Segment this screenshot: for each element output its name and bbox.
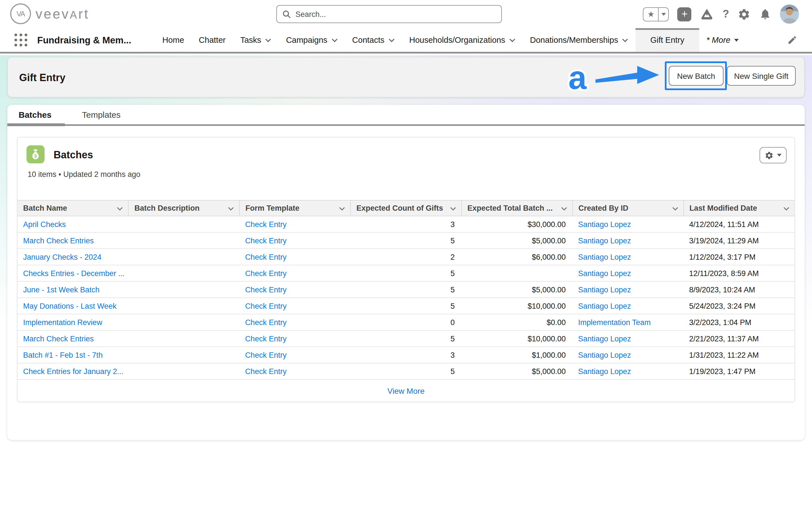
chevron-down-icon[interactable] [561,207,567,211]
nav-item-households-organizations[interactable]: Households/Organizations [402,28,523,52]
nav-item-tasks[interactable]: Tasks [233,28,278,52]
header-row: Batch Name Batch Description Form Templa… [17,200,795,216]
expected-count-value: 0 [451,318,455,327]
nav-item-more[interactable]: * More [699,28,746,52]
list-settings-button[interactable] [760,147,786,163]
last-modified-value: 5/24/2023, 3:24 PM [689,302,756,310]
created-by-link[interactable]: Santiago Lopez [578,302,631,310]
star-icon[interactable]: ★ [644,8,658,20]
gear-icon [765,151,774,160]
created-by-link[interactable]: Implementation Team [578,318,651,327]
new-batch-button[interactable]: New Batch [669,66,723,86]
current-app-name[interactable]: Fundraising & Mem... [37,35,132,45]
name-link[interactable]: Check Entries for January 2... [23,367,123,376]
expected-count-value: 5 [451,302,455,310]
edit-navigation-pencil-icon[interactable] [787,35,797,45]
table-row: January Checks - 2024Check Entry2$6,000.… [17,249,795,265]
name-link[interactable]: March Check Entries [23,236,94,245]
favorites-caret[interactable] [659,13,668,15]
column-header-batch-name[interactable]: Batch Name [17,200,129,216]
chevron-down-icon[interactable] [117,207,123,211]
table-row: Checks Entries - December ...Check Entry… [17,265,795,281]
created-by-link[interactable]: Santiago Lopez [578,252,631,261]
user-avatar[interactable] [780,4,799,24]
nav-item-gift-entry[interactable]: Gift Entry [636,28,699,52]
nav-item-contacts[interactable]: Contacts [345,28,402,52]
form-template-link[interactable]: Check Entry [245,220,287,228]
form-template-link[interactable]: Check Entry [245,285,287,294]
guidance-center-icon[interactable] [700,7,714,21]
help-icon[interactable]: ? [723,8,729,20]
created-by-link[interactable]: Santiago Lopez [578,285,631,294]
column-header-created-by[interactable]: Created By ID [572,200,683,216]
search-input[interactable] [296,10,496,18]
created-by-link[interactable]: Santiago Lopez [578,269,631,277]
last-modified-value: 3/19/2024, 11:29 AM [689,236,759,245]
veevart-logo-monogram: VA [10,3,31,24]
svg-text:$: $ [34,154,37,159]
expected-count-value: 5 [451,236,455,245]
caret-down-icon [661,13,666,15]
name-link[interactable]: January Checks - 2024 [23,252,101,261]
form-template-link[interactable]: Check Entry [245,334,287,343]
caret-down-icon [777,154,781,157]
chevron-down-icon[interactable] [228,207,234,211]
nav-item-donations-memberships[interactable]: Donations/Memberships [523,28,636,52]
form-template-link[interactable]: Check Entry [245,269,287,277]
form-template-link[interactable]: Check Entry [245,252,287,261]
column-header-form-template[interactable]: Form Template [239,200,350,216]
last-modified-value: 4/12/2024, 11:51 AM [689,220,759,228]
tab-batches[interactable]: Batches [7,105,65,124]
setup-gear-icon[interactable] [738,8,751,20]
created-by-link[interactable]: Santiago Lopez [578,367,631,376]
global-header: VA veevArt ★ + ? [0,0,812,28]
created-by-link[interactable]: Santiago Lopez [578,334,631,343]
chevron-down-icon[interactable] [672,207,678,211]
caret-down-icon [734,39,739,41]
form-template-link[interactable]: Check Entry [245,367,287,376]
name-link[interactable]: Checks Entries - December ... [23,269,124,277]
name-link[interactable]: Batch #1 - Feb 1st - 7th [23,351,103,359]
last-modified-value: 1/19/2023, 1:47 PM [689,367,756,376]
created-by-link[interactable]: Santiago Lopez [578,220,631,228]
view-more-link[interactable]: View More [17,380,795,403]
app-launcher-icon[interactable] [13,33,28,47]
global-search[interactable] [276,5,502,23]
expected-total-value: $5,000.00 [532,367,566,376]
favorites-button[interactable]: ★ [643,7,669,21]
chevron-down-icon [265,38,271,42]
table-row: March Check EntriesCheck Entry5$10,000.0… [17,330,795,347]
created-by-link[interactable]: Santiago Lopez [578,236,631,245]
column-header-batch-description[interactable]: Batch Description [129,200,240,216]
chevron-down-icon[interactable] [783,207,790,211]
new-single-gift-button[interactable]: New Single Gift [727,66,796,86]
veevart-logo-text: veevArt [36,6,89,22]
table-row: Batch #1 - Feb 1st - 7thCheck Entry3$1,0… [17,347,795,363]
name-link[interactable]: June - 1st Week Batch [23,285,100,294]
chevron-down-icon[interactable] [450,207,456,211]
nav-item-campaigns[interactable]: Campaigns [278,28,345,52]
chevron-down-icon[interactable] [339,207,345,211]
form-template-link[interactable]: Check Entry [245,236,287,245]
last-modified-value: 1/31/2023, 11:22 AM [689,351,759,359]
form-template-link[interactable]: Check Entry [245,351,287,359]
created-by-link[interactable]: Santiago Lopez [578,351,631,359]
nav-tabs: Home Chatter Tasks Campaigns Contacts Ho… [155,28,746,52]
app-navigation-bar: Fundraising & Mem... Home Chatter Tasks … [0,28,812,54]
name-link[interactable]: April Checks [23,220,66,228]
column-header-expected-total[interactable]: Expected Total Batch ... [462,200,573,216]
global-add-button[interactable]: + [677,7,692,21]
chevron-down-icon [389,38,395,42]
column-header-last-modified[interactable]: Last Modified Date [683,200,795,216]
name-link[interactable]: May Donations - Last Week [23,302,116,310]
column-header-expected-count[interactable]: Expected Count of Gifts [350,200,462,216]
form-template-link[interactable]: Check Entry [245,318,287,327]
nav-item-chatter[interactable]: Chatter [192,28,233,52]
nav-item-home[interactable]: Home [155,28,192,52]
tab-templates[interactable]: Templates [77,105,126,124]
notifications-bell-icon[interactable] [759,8,771,20]
name-link[interactable]: March Check Entries [23,334,94,343]
sub-tabs: Batches Templates [7,105,805,126]
name-link[interactable]: Implementation Review [23,318,102,327]
form-template-link[interactable]: Check Entry [245,302,287,310]
